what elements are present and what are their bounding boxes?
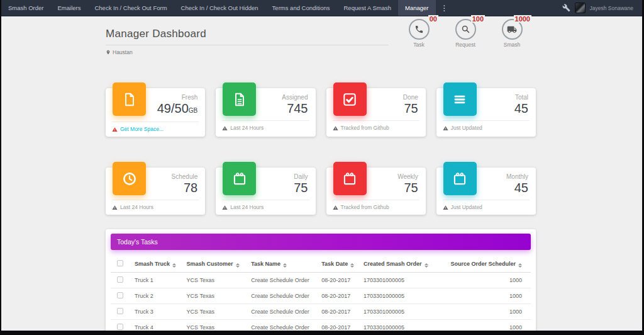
table-row[interactable]: Truck 3 YCS Texas Create Schedule Order … <box>111 304 531 320</box>
card-footer-text: Last 24 Hours <box>230 204 264 210</box>
warning-icon <box>443 205 448 210</box>
calendar-icon <box>333 162 367 195</box>
calendar-icon <box>443 162 477 195</box>
nav-item-check-in-out-hidden[interactable]: Check In / Check Out Hidden <box>174 0 265 16</box>
cell-smash-truck: Truck 1 <box>132 273 184 288</box>
row-checkbox[interactable] <box>117 308 123 314</box>
card-value-number: 75 <box>404 181 418 195</box>
cell-smash-truck: Truck 3 <box>132 304 184 320</box>
nav-item-manager[interactable]: Manager <box>398 0 436 16</box>
cell-task-name: Create Schedule Order <box>248 320 319 331</box>
card-footer-text: Just Updated <box>451 125 482 131</box>
sort-icon[interactable] <box>350 263 354 268</box>
card-fresh: Fresh 49/50GB Get More Space... <box>106 88 205 137</box>
column-label: Source Order Scheduler <box>450 261 516 267</box>
task-count: 00 <box>428 15 438 23</box>
card-value-number: 45 <box>514 181 528 195</box>
cell-created-smash-order: 1703301000005 <box>361 320 438 331</box>
warning-icon <box>333 205 338 210</box>
card-monthly: Monthly 45 Just Updated <box>436 168 536 215</box>
title-divider <box>106 45 389 45</box>
row-checkbox[interactable] <box>117 292 123 298</box>
card-footer-text: Last 24 Hours <box>120 204 153 210</box>
cell-task-date: 08-20-2017 <box>319 288 361 304</box>
stat-request[interactable]: 100 Request <box>452 19 479 48</box>
stat-task[interactable]: 00 Task <box>405 19 433 48</box>
card-daily: Daily 75 Last 24 Hours <box>216 168 315 215</box>
card-value-number: 745 <box>287 101 308 115</box>
nav-item-emailers[interactable]: Emailers <box>51 0 88 16</box>
cell-created-smash-order: 1703301000005 <box>361 304 438 320</box>
table-row[interactable]: Truck 1 YCS Texas Create Schedule Order … <box>111 273 531 288</box>
avatar[interactable] <box>575 3 586 13</box>
cell-smash-truck: Truck 2 <box>132 288 184 304</box>
sort-icon[interactable] <box>283 263 287 268</box>
column-header-smash-truck[interactable]: Smash Truck <box>132 258 184 273</box>
column-header-task-date[interactable]: Task Date <box>319 258 361 273</box>
nav-item-check-in-out-form[interactable]: Check In / Check Out Form <box>87 0 174 16</box>
row-checkbox[interactable] <box>117 276 123 283</box>
sort-icon[interactable] <box>236 263 240 268</box>
card-value-number: 49/50 <box>157 101 189 115</box>
card-row-1: Fresh 49/50GB Get More Space... Assigned… <box>106 83 536 137</box>
sort-icon[interactable] <box>172 263 176 268</box>
column-label: Task Date <box>321 261 348 267</box>
file-text-icon <box>223 82 256 116</box>
tasks-panel-title: Today's Tasks <box>111 234 531 250</box>
cell-smash-customer: YCS Texas <box>184 288 249 304</box>
cell-task-date: 08-20-2017 <box>319 273 361 288</box>
cell-task-name: Create Schedule Order <box>248 304 319 320</box>
file-icon <box>113 82 146 116</box>
column-label: Created Smash Order <box>364 261 422 267</box>
smash-label: Smash <box>504 42 520 48</box>
column-header-smash-customer[interactable]: Smash Customer <box>184 258 249 273</box>
cell-smash-truck: Truck 4 <box>132 320 184 331</box>
stat-badges: 00 Task 100 Request 1000 <box>405 19 526 48</box>
cell-source-order-scheduler: 1000 <box>438 320 531 331</box>
nav-item-request-smash[interactable]: Request A Smash <box>336 0 398 16</box>
top-navbar: Smash Order Emailers Check In / Check Ou… <box>1 0 642 16</box>
page-head: Manager Dashboard Haustan 00 Task 1 <box>106 16 536 65</box>
request-label: Request <box>455 42 475 48</box>
cell-task-name: Create Schedule Order <box>248 273 319 288</box>
cell-smash-customer: YCS Texas <box>184 273 249 288</box>
column-header-source-order-scheduler[interactable]: Source Order Scheduler <box>438 258 531 273</box>
app-window: Smash Order Emailers Check In / Check Ou… <box>1 0 642 331</box>
card-value-number: 75 <box>404 101 418 115</box>
cell-created-smash-order: 1703301000005 <box>361 273 438 288</box>
menu-icon <box>443 82 477 116</box>
smash-count: 1000 <box>514 15 531 23</box>
nav-right: Jayesh Sonawane <box>562 0 642 16</box>
card-value-unit: GB <box>189 107 197 114</box>
user-name[interactable]: Jayesh Sonawane <box>590 5 633 11</box>
more-menu-icon[interactable]: ⋮ <box>436 0 453 16</box>
nav-item-smash-order[interactable]: Smash Order <box>1 0 51 16</box>
card-done: Done 75 Tracked from Github <box>326 88 426 137</box>
column-label: Smash Customer <box>187 261 233 267</box>
get-more-space-link[interactable]: Get More Space... <box>120 126 164 132</box>
card-row-2: Schedule 78 Last 24 Hours Daily 75 <box>106 162 536 215</box>
row-checkbox[interactable] <box>117 324 123 330</box>
cell-task-date: 08-20-2017 <box>319 320 361 331</box>
wrench-icon[interactable] <box>562 4 570 12</box>
nav-item-terms[interactable]: Terms and Conditions <box>265 0 337 16</box>
location-label: Haustan <box>113 49 133 55</box>
warning-icon <box>112 205 118 210</box>
card-schedule: Schedule 78 Last 24 Hours <box>106 168 205 215</box>
check-square-icon <box>333 82 367 116</box>
stat-smash[interactable]: 1000 Smash <box>498 19 526 48</box>
task-label: Task <box>413 42 424 48</box>
cell-smash-customer: YCS Texas <box>184 320 249 331</box>
sort-icon[interactable] <box>425 263 428 268</box>
cell-created-smash-order: 1703301000005 <box>361 288 438 304</box>
card-total: Total 45 Just Updated <box>436 88 536 137</box>
column-label: Task Name <box>251 261 280 267</box>
column-header-task-name[interactable]: Task Name <box>248 258 319 273</box>
column-header-created-smash-order[interactable]: Created Smash Order <box>361 258 438 273</box>
table-row[interactable]: Truck 2 YCS Texas Create Schedule Order … <box>111 288 531 304</box>
nav-items: Smash Order Emailers Check In / Check Ou… <box>1 0 453 16</box>
table-row[interactable]: Truck 4 YCS Texas Create Schedule Order … <box>111 320 531 331</box>
sort-icon[interactable] <box>518 263 522 268</box>
clock-icon <box>113 162 146 195</box>
select-all-checkbox[interactable] <box>117 260 123 266</box>
